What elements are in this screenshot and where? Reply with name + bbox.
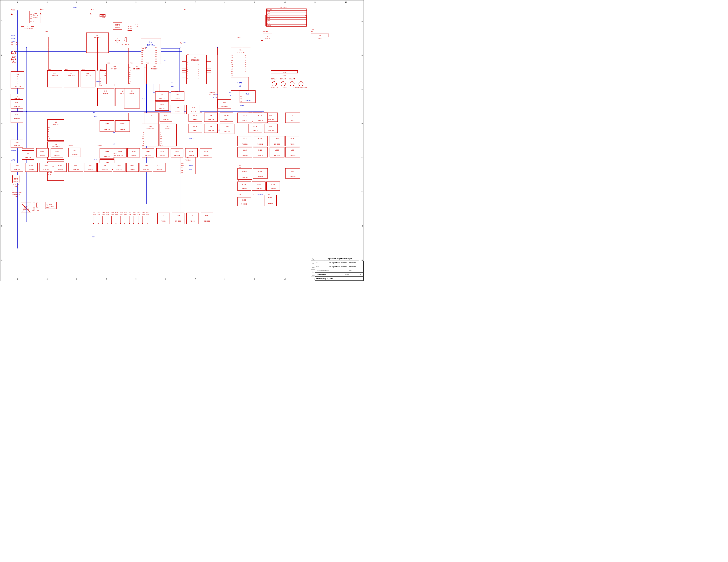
svg-text:U29A: U29A [15, 165, 19, 166]
u45-counter: U45 74HCT138 Y0 Y1 Y2 Y3 Y4 Y5 Y6 [142, 124, 159, 146]
svg-text:A3: A3 [187, 69, 189, 70]
74hc32-group: U9A 74HC08 U10 74HC08 U2 74HC08 [11, 94, 23, 123]
svg-text:U14A: U14A [118, 150, 122, 152]
svg-text:74HC74: 74HC74 [258, 154, 263, 156]
svg-text:470: 470 [239, 193, 241, 195]
svg-text:74HC00: 74HC00 [159, 154, 165, 156]
svg-text:U36: U36 [53, 73, 56, 74]
svg-text:R40t: R40t [11, 44, 14, 45]
svg-text:A1: A1 [129, 69, 131, 71]
svg-text:D6: D6 [245, 68, 246, 70]
svg-text:VCC: VCC [238, 37, 240, 38]
svg-text:J9/J10: J9/J10 [14, 180, 18, 182]
svg-text:C17: C17 [129, 211, 132, 213]
svg-text:U10: U10 [15, 114, 18, 115]
svg-text:74HC04: 74HC04 [256, 188, 262, 189]
svg-text:74HC74: 74HC74 [258, 120, 263, 121]
svg-text:A: A [48, 129, 49, 130]
svg-text:A2: A2 [141, 52, 143, 53]
svg-text:2SA1175: 2SA1175 [280, 78, 286, 80]
svg-text:VCC: VCC [65, 69, 68, 70]
file-value: ZX Spectrum Superfo Harlequin [329, 262, 356, 264]
svg-point-581 [146, 111, 147, 112]
svg-text:U5D: U5D [150, 115, 153, 116]
svg-text:U37: U37 [70, 73, 73, 74]
svg-text:Y2: Y2 [142, 136, 144, 137]
svg-text:470: 470 [180, 43, 182, 45]
svg-text:CON3: CON3 [98, 144, 102, 146]
svg-text:U2B: U2B [270, 126, 273, 127]
svg-text:VIN: VIN [46, 204, 48, 206]
svg-text:74HC164: 74HC164 [165, 128, 171, 130]
svg-text:J1: J1 [304, 15, 306, 16]
doc-type-value: Custom-Docs [316, 274, 326, 275]
svg-text:D3: D3 [245, 62, 246, 63]
svg-text:A: A [100, 78, 101, 80]
svg-text:Y5: Y5 [142, 143, 144, 144]
svg-text:74HC138: 74HC138 [221, 105, 228, 107]
svg-text:1D: 1D [17, 76, 18, 77]
svg-text:A2/A0: A2/A0 [267, 11, 270, 12]
svg-text:4.7K/8: 4.7K/8 [283, 75, 286, 76]
svg-text:U12C: U12C [258, 149, 262, 151]
svg-text:VCC: VCC [146, 62, 149, 64]
svg-text:74HC32: 74HC32 [189, 154, 194, 156]
svg-text:A5: A5 [231, 66, 233, 67]
svg-text:74HC32: 74HC32 [143, 169, 149, 170]
svg-text:74HC32: 74HC32 [163, 119, 169, 120]
svg-text:Y2: Y2 [27, 26, 29, 28]
svg-text:A4: A4 [187, 71, 189, 72]
svg-text:74HC541: 74HC541 [129, 93, 135, 94]
svg-rect-23 [266, 18, 306, 19]
svg-text:74HC4040: 74HC4040 [52, 146, 59, 148]
svg-point-361 [272, 82, 276, 86]
u14a-flipflop: U14A 74HCT74 GFCLK GLC [113, 148, 126, 157]
svg-text:CLK14: CLK14 [242, 170, 247, 172]
svg-text:A5: A5 [129, 78, 131, 80]
svg-rect-334 [157, 213, 170, 224]
svg-text:74HC04: 74HC04 [290, 154, 295, 156]
svg-text:CON5: CON5 [69, 144, 73, 146]
svg-text:74HC32: 74HC32 [241, 203, 247, 205]
svg-text:0.1µF: 0.1µF [102, 213, 105, 215]
svg-text:U13E: U13E [291, 138, 295, 140]
svg-text:74HC32: 74HC32 [72, 154, 77, 156]
svg-text:74HC04: 74HC04 [241, 188, 247, 189]
svg-point-364 [299, 82, 303, 86]
svg-text:U4A: U4A [176, 107, 179, 108]
svg-text:74HC32: 74HC32 [145, 154, 151, 156]
svg-text:U5: U5 [194, 57, 196, 59]
svg-text:74HC32: 74HC32 [268, 119, 274, 120]
svg-text:U21D: U21D [224, 115, 228, 116]
svg-text:GLC: GLC [114, 155, 116, 156]
svg-text:U6B: U6B [118, 165, 121, 166]
svg-text:C21: C21 [146, 211, 149, 213]
svg-text:A7/A5: A7/A5 [267, 20, 270, 21]
svg-text:74HC32: 74HC32 [290, 120, 295, 121]
svg-text:D2: D2 [155, 52, 157, 53]
svg-text:74HC04: 74HC04 [242, 177, 248, 178]
svg-text:CMPS: CMPS [30, 20, 34, 22]
svg-text:U7: U7 [96, 35, 98, 36]
svg-text:B: B [160, 134, 161, 135]
svg-text:U2D: U2D [291, 115, 294, 116]
svg-text:2Y: 2Y [17, 83, 18, 84]
svg-text:A7: A7 [129, 83, 131, 84]
svg-text:74HC74: 74HC74 [190, 111, 196, 112]
svg-text:U26C: U26C [26, 153, 30, 154]
svg-text:74HC138: 74HC138 [116, 169, 122, 170]
svg-text:D3: D3 [155, 54, 157, 55]
svg-text:U11C: U11C [243, 149, 247, 151]
svg-text:VSYNC: VSYNC [128, 30, 132, 32]
svg-text:U12D: U12D [225, 126, 229, 127]
svg-text:VIDEO: VIDEO [128, 26, 132, 27]
svg-rect-32 [266, 21, 306, 23]
svg-text:VCC: VCC [12, 9, 15, 11]
svg-text:R: R [238, 180, 239, 181]
svg-rect-24 [266, 19, 306, 21]
svg-text:A4: A4 [129, 76, 131, 77]
svg-rect-268 [36, 203, 38, 207]
svg-text:U28A: U28A [58, 165, 62, 166]
svg-rect-33 [266, 23, 306, 25]
svg-text:U13D: U13D [258, 170, 262, 172]
